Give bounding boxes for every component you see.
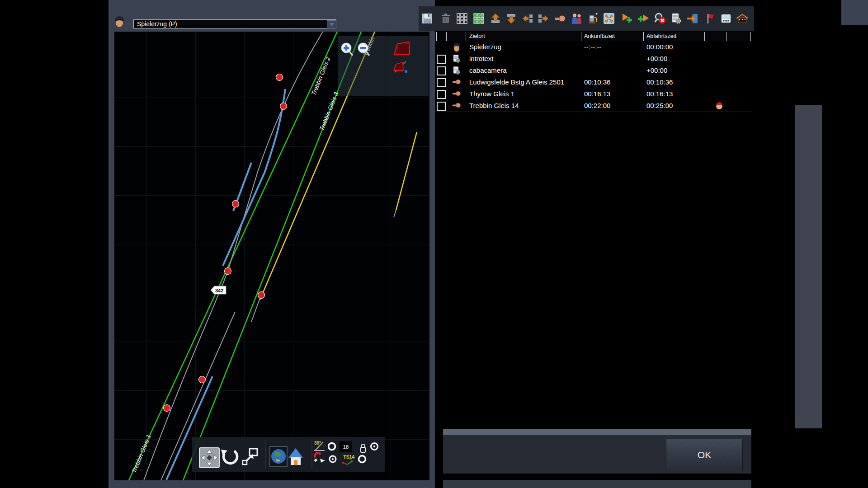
add-route-start-button[interactable] bbox=[621, 13, 633, 24]
depot-button[interactable] bbox=[736, 13, 748, 24]
document-settings-button[interactable] bbox=[670, 13, 682, 24]
map-canvas[interactable]: Trebbin Gleis 1 Trebbin Gleis 2 Trebbin … bbox=[114, 32, 429, 480]
script-icon bbox=[452, 66, 461, 75]
magnet-snap-icon bbox=[312, 450, 325, 463]
column-divider bbox=[446, 32, 447, 41]
insert-after-button[interactable] bbox=[522, 13, 533, 24]
zoom-out-button[interactable] bbox=[358, 43, 369, 56]
row-checkbox[interactable] bbox=[437, 66, 446, 75]
train-select[interactable]: Spielerzug (P) bbox=[133, 19, 336, 28]
exit-door-button[interactable] bbox=[687, 13, 698, 24]
row-checkbox[interactable] bbox=[437, 102, 446, 111]
waypoint-dot[interactable] bbox=[225, 268, 231, 275]
train-segment-tool[interactable] bbox=[394, 61, 407, 73]
cell-zielort: Trebbin Gleis 14 bbox=[469, 100, 519, 112]
column-divider bbox=[726, 32, 727, 41]
rotate-tool-button[interactable] bbox=[221, 450, 237, 463]
ok-button[interactable]: OK bbox=[666, 439, 743, 471]
svg-text:18: 18 bbox=[343, 444, 349, 450]
header-zielort[interactable]: Zielort bbox=[469, 33, 485, 39]
train-shape-tool[interactable] bbox=[394, 42, 410, 55]
angle-snap-radio[interactable] bbox=[329, 443, 335, 450]
row-checkbox[interactable] bbox=[437, 55, 446, 64]
grid-green-button[interactable] bbox=[473, 13, 485, 24]
right-scroll-strip[interactable] bbox=[795, 105, 822, 428]
dialog-bottom-strip bbox=[443, 480, 751, 488]
column-divider bbox=[581, 32, 581, 41]
waypoint-dot[interactable] bbox=[164, 405, 170, 412]
row-checkbox[interactable] bbox=[437, 90, 446, 99]
passengers-button[interactable] bbox=[571, 13, 582, 24]
zoom-in-button[interactable] bbox=[341, 43, 353, 56]
cell-abfahrtszeit: +00:00 bbox=[646, 65, 667, 76]
waypoint-dot[interactable] bbox=[280, 103, 287, 110]
chevron-down-icon bbox=[330, 23, 334, 26]
remove-search-button[interactable] bbox=[654, 13, 666, 24]
grid-outline-button[interactable] bbox=[456, 13, 468, 24]
waypoint-dot[interactable] bbox=[276, 74, 283, 81]
column-divider bbox=[643, 32, 644, 41]
dialog-top-strip bbox=[443, 429, 751, 435]
lock-radio[interactable] bbox=[371, 443, 378, 450]
cell-zielort: Thyrow Gleis 1 bbox=[469, 88, 514, 100]
cell-abfahrtszeit: 00:00:00 bbox=[646, 41, 673, 53]
cell-ankunftszeit: 00:10:36 bbox=[584, 76, 610, 88]
main-toolbar bbox=[419, 6, 754, 31]
cell-ankunftszeit: 00:22:00 bbox=[584, 100, 610, 112]
cell-zielort: Ludwigsfelde Bstg A Gleis 2501 bbox=[469, 76, 564, 88]
table-row[interactable]: Trebbin Gleis 14 00:22:00 00:25:00 bbox=[435, 100, 751, 112]
header-ankunftszeit[interactable]: Ankunftszeit bbox=[584, 33, 615, 39]
cell-abfahrtszeit: 00:10:36 bbox=[646, 76, 673, 88]
cell-zielort: introtext bbox=[469, 53, 493, 65]
display-device-button[interactable] bbox=[720, 13, 732, 24]
home-view-button[interactable] bbox=[288, 448, 303, 465]
cell-ankunftszeit: 00:16:13 bbox=[584, 88, 610, 100]
column-divider bbox=[750, 32, 751, 41]
table-row[interactable]: introtext +00:00 bbox=[435, 53, 751, 65]
map-toolbar: 30° 18 T bbox=[192, 437, 385, 472]
km-badge: 342 bbox=[211, 286, 226, 294]
insert-before-button[interactable] bbox=[538, 13, 549, 24]
pan-tool-button[interactable] bbox=[199, 448, 219, 468]
window-chrome-corner bbox=[841, 0, 868, 25]
application-window: Spielerzug (P) bbox=[0, 0, 868, 488]
table-row[interactable]: cabacamera +00:00 bbox=[435, 65, 751, 77]
driver-icon bbox=[452, 42, 461, 52]
driver-icon bbox=[113, 15, 125, 28]
header-abfahrtszeit[interactable]: Abfahrtszeit bbox=[646, 33, 676, 39]
angle-snap-icon: 30° bbox=[314, 441, 325, 450]
table-row[interactable]: Spielerzug --:--:-- 00:00:00 bbox=[435, 41, 751, 53]
cell-ankunftszeit: --:--:-- bbox=[584, 41, 601, 53]
waypoint-dot[interactable] bbox=[199, 376, 206, 383]
flag-button[interactable] bbox=[704, 13, 716, 24]
cell-abfahrtszeit: +00:00 bbox=[646, 53, 667, 65]
train-select-dropdown-button[interactable] bbox=[327, 20, 336, 28]
map-overlay-panel bbox=[338, 36, 429, 96]
globe-view-button[interactable] bbox=[270, 446, 287, 467]
waypoint-hand-icon bbox=[452, 89, 461, 99]
cell-zielort: Spielerzug bbox=[469, 41, 501, 53]
waypoint-dot[interactable] bbox=[258, 292, 265, 299]
table-row[interactable]: Ludwigsfelde Bstg A Gleis 2501 00:10:36 … bbox=[435, 76, 751, 89]
column-divider bbox=[436, 32, 437, 41]
point-hand-button[interactable] bbox=[554, 13, 566, 24]
magnet-snap-radio[interactable] bbox=[330, 456, 336, 462]
save-button[interactable] bbox=[421, 13, 433, 24]
cell-abfahrtszeit: 00:25:00 bbox=[646, 100, 673, 112]
grid-size-input[interactable]: 18 bbox=[340, 441, 352, 452]
refuel-button[interactable] bbox=[587, 13, 599, 24]
ts-route-radio[interactable] bbox=[359, 456, 366, 463]
waypoint-dot[interactable] bbox=[232, 201, 239, 207]
row-checkbox[interactable] bbox=[437, 78, 446, 87]
ts-route-icon: TS14 bbox=[342, 454, 354, 465]
move-up-button[interactable] bbox=[490, 13, 501, 24]
column-divider bbox=[466, 32, 466, 41]
delete-button[interactable] bbox=[440, 13, 452, 24]
add-route-end-button[interactable] bbox=[637, 13, 649, 24]
center-view-button[interactable] bbox=[603, 13, 615, 24]
move-down-button[interactable] bbox=[505, 13, 517, 24]
svg-text:TS14: TS14 bbox=[343, 454, 354, 460]
column-divider bbox=[704, 32, 705, 41]
table-row[interactable]: Thyrow Gleis 1 00:16:13 00:16:13 bbox=[435, 88, 751, 100]
move-element-tool-button[interactable] bbox=[243, 449, 257, 465]
